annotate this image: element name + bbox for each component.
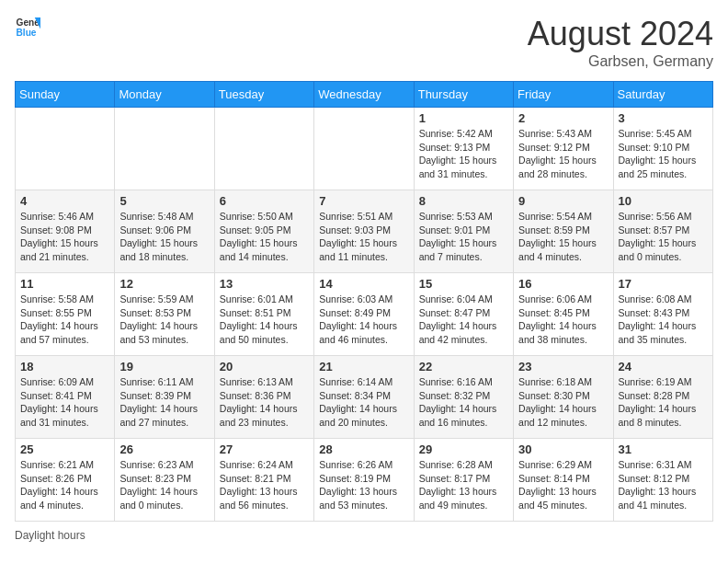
calendar-cell: 31 Sunrise: 6:31 AM Sunset: 8:12 PM Dayl… xyxy=(613,439,712,522)
day-info: Sunrise: 6:04 AM Sunset: 8:47 PM Dayligh… xyxy=(419,293,508,347)
day-number: 26 xyxy=(119,442,209,456)
daylight: Daylight: 14 hours and 38 minutes. xyxy=(518,320,597,345)
day-number: 14 xyxy=(319,277,408,291)
sunrise: Sunrise: 5:56 AM xyxy=(619,211,692,222)
day-number: 3 xyxy=(619,111,708,125)
calendar-cell: 19 Sunrise: 6:11 AM Sunset: 8:39 PM Dayl… xyxy=(115,356,214,439)
day-number: 30 xyxy=(518,442,608,456)
calendar-cell: 11 Sunrise: 5:58 AM Sunset: 8:55 PM Dayl… xyxy=(16,273,115,356)
calendar-cell: 15 Sunrise: 6:04 AM Sunset: 8:47 PM Dayl… xyxy=(414,273,513,356)
day-info: Sunrise: 5:45 AM Sunset: 9:10 PM Dayligh… xyxy=(619,127,708,181)
sunrise: Sunrise: 6:04 AM xyxy=(419,293,493,304)
sunset: Sunset: 9:08 PM xyxy=(20,224,92,236)
daylight: Daylight: 14 hours and 35 minutes. xyxy=(619,320,697,345)
daylight: Daylight: 13 hours and 53 minutes. xyxy=(319,486,397,511)
calendar-cell: 24 Sunrise: 6:19 AM Sunset: 8:28 PM Dayl… xyxy=(613,356,712,439)
calendar-cell: 17 Sunrise: 6:08 AM Sunset: 8:43 PM Dayl… xyxy=(613,273,712,356)
daylight: Daylight: 15 hours and 4 minutes. xyxy=(518,237,597,262)
sunrise: Sunrise: 6:28 AM xyxy=(419,459,493,470)
calendar-cell xyxy=(115,108,214,190)
day-number: 13 xyxy=(220,277,309,291)
logo-icon: General Blue xyxy=(15,15,40,40)
day-number: 15 xyxy=(419,277,508,291)
daylight: Daylight: 15 hours and 25 minutes. xyxy=(619,155,697,179)
daylight: Daylight: 14 hours and 0 minutes. xyxy=(119,486,198,511)
calendar-cell: 14 Sunrise: 6:03 AM Sunset: 8:49 PM Dayl… xyxy=(314,273,414,356)
sunset: Sunset: 8:39 PM xyxy=(119,390,191,401)
sunrise: Sunrise: 6:03 AM xyxy=(319,293,392,304)
daylight: Daylight: 14 hours and 57 minutes. xyxy=(20,320,98,345)
calendar-day-header: Thursday xyxy=(414,82,513,108)
calendar-cell: 28 Sunrise: 6:26 AM Sunset: 8:19 PM Dayl… xyxy=(314,439,414,522)
day-info: Sunrise: 6:21 AM Sunset: 8:26 PM Dayligh… xyxy=(20,458,109,512)
day-info: Sunrise: 6:26 AM Sunset: 8:19 PM Dayligh… xyxy=(319,458,408,512)
sunset: Sunset: 9:01 PM xyxy=(419,224,491,236)
day-info: Sunrise: 6:28 AM Sunset: 8:17 PM Dayligh… xyxy=(419,458,508,512)
day-number: 22 xyxy=(419,360,508,373)
sunset: Sunset: 8:21 PM xyxy=(220,473,291,484)
day-number: 27 xyxy=(220,442,309,456)
location: Garbsen, Germany xyxy=(528,53,713,70)
sunset: Sunset: 9:12 PM xyxy=(518,142,590,153)
day-number: 28 xyxy=(319,442,408,456)
daylight: Daylight: 15 hours and 14 minutes. xyxy=(220,237,298,262)
sunrise: Sunrise: 6:08 AM xyxy=(619,293,692,304)
calendar-day-header: Saturday xyxy=(613,82,712,108)
calendar-cell: 1 Sunrise: 5:42 AM Sunset: 9:13 PM Dayli… xyxy=(414,108,513,190)
sunset: Sunset: 8:32 PM xyxy=(419,390,491,401)
calendar-cell: 29 Sunrise: 6:28 AM Sunset: 8:17 PM Dayl… xyxy=(414,439,513,522)
calendar-cell: 25 Sunrise: 6:21 AM Sunset: 8:26 PM Dayl… xyxy=(16,439,115,522)
day-info: Sunrise: 5:51 AM Sunset: 9:03 PM Dayligh… xyxy=(319,210,408,264)
sunrise: Sunrise: 6:24 AM xyxy=(220,459,293,470)
day-info: Sunrise: 6:08 AM Sunset: 8:43 PM Dayligh… xyxy=(619,293,708,347)
calendar-cell: 20 Sunrise: 6:13 AM Sunset: 8:36 PM Dayl… xyxy=(214,356,313,439)
day-number: 5 xyxy=(119,194,209,208)
calendar-cell: 7 Sunrise: 5:51 AM Sunset: 9:03 PM Dayli… xyxy=(314,190,414,273)
day-number: 11 xyxy=(20,277,109,291)
sunset: Sunset: 8:51 PM xyxy=(220,307,291,318)
daylight: Daylight: 15 hours and 28 minutes. xyxy=(518,155,597,179)
day-number: 25 xyxy=(20,442,109,456)
sunset: Sunset: 9:13 PM xyxy=(419,142,491,153)
sunrise: Sunrise: 6:13 AM xyxy=(220,376,293,387)
calendar-day-header: Sunday xyxy=(16,82,115,108)
sunset: Sunset: 8:30 PM xyxy=(518,390,590,401)
sunset: Sunset: 8:12 PM xyxy=(619,473,690,484)
day-info: Sunrise: 5:53 AM Sunset: 9:01 PM Dayligh… xyxy=(419,210,508,264)
daylight: Daylight: 14 hours and 23 minutes. xyxy=(220,403,298,428)
calendar-cell: 4 Sunrise: 5:46 AM Sunset: 9:08 PM Dayli… xyxy=(16,190,115,273)
sunrise: Sunrise: 5:51 AM xyxy=(319,211,392,222)
calendar-cell xyxy=(16,108,115,190)
sunset: Sunset: 8:57 PM xyxy=(619,224,690,236)
calendar-week-row: 4 Sunrise: 5:46 AM Sunset: 9:08 PM Dayli… xyxy=(16,190,713,273)
calendar-cell: 27 Sunrise: 6:24 AM Sunset: 8:21 PM Dayl… xyxy=(214,439,313,522)
month-year: August 2024 xyxy=(528,15,713,53)
sunset: Sunset: 8:45 PM xyxy=(518,307,590,318)
calendar-cell xyxy=(214,108,313,190)
day-info: Sunrise: 6:19 AM Sunset: 8:28 PM Dayligh… xyxy=(619,375,708,430)
day-number: 29 xyxy=(419,442,508,456)
footer-note: Daylight hours xyxy=(15,529,713,542)
sunset: Sunset: 8:26 PM xyxy=(20,473,92,484)
daylight: Daylight: 14 hours and 42 minutes. xyxy=(419,320,497,345)
sunrise: Sunrise: 5:46 AM xyxy=(20,211,94,222)
calendar-day-header: Tuesday xyxy=(214,82,313,108)
calendar-week-row: 11 Sunrise: 5:58 AM Sunset: 8:55 PM Dayl… xyxy=(16,273,713,356)
sunset: Sunset: 9:03 PM xyxy=(319,224,391,236)
calendar-cell: 18 Sunrise: 6:09 AM Sunset: 8:41 PM Dayl… xyxy=(16,356,115,439)
daylight: Daylight: 15 hours and 0 minutes. xyxy=(619,237,697,262)
day-number: 9 xyxy=(518,194,608,208)
sunrise: Sunrise: 6:11 AM xyxy=(119,376,193,387)
sunrise: Sunrise: 6:23 AM xyxy=(119,459,193,470)
day-number: 23 xyxy=(518,360,608,373)
daylight: Daylight: 14 hours and 8 minutes. xyxy=(619,403,697,428)
day-info: Sunrise: 6:24 AM Sunset: 8:21 PM Dayligh… xyxy=(220,458,309,512)
day-number: 24 xyxy=(619,360,708,373)
day-info: Sunrise: 5:48 AM Sunset: 9:06 PM Dayligh… xyxy=(119,210,209,264)
calendar-day-header: Friday xyxy=(514,82,613,108)
sunrise: Sunrise: 6:21 AM xyxy=(20,459,94,470)
day-info: Sunrise: 5:43 AM Sunset: 9:12 PM Dayligh… xyxy=(518,127,608,181)
calendar-table: SundayMondayTuesdayWednesdayThursdayFrid… xyxy=(15,81,713,522)
sunrise: Sunrise: 6:14 AM xyxy=(319,376,392,387)
day-number: 20 xyxy=(220,360,309,373)
